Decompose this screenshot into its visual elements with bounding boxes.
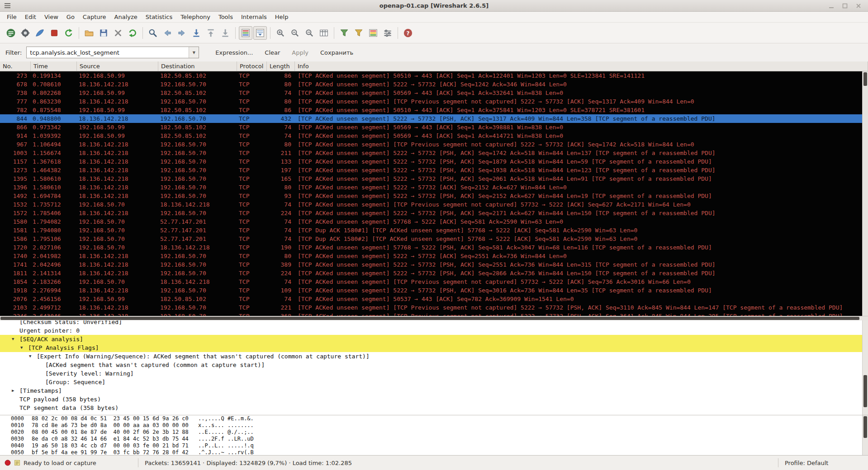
packet-row-678[interactable]: 6780.70861018.136.142.218192.168.50.70TC… [0, 80, 868, 89]
packet-row-1396[interactable]: 13961.58061018.136.142.218192.168.50.70T… [0, 183, 868, 192]
detail-row[interactable]: TCP payload (358 bytes) [0, 395, 868, 404]
status-profile[interactable]: Profile: Default [778, 460, 868, 466]
expert-info-icon[interactable] [5, 460, 11, 466]
coloring-rules-button[interactable] [366, 26, 380, 40]
column-header-info[interactable]: Info [295, 61, 868, 71]
open-file-button[interactable] [82, 26, 96, 40]
find-packet-button[interactable] [146, 26, 160, 40]
hex-row[interactable]: 00308e da c0 a8 32 46 14 66 e1 84 4c 52 … [0, 436, 868, 442]
expander-open-icon[interactable]: ▼ [29, 352, 37, 361]
packet-row-1572[interactable]: 15721.78540618.136.142.218192.168.50.70T… [0, 209, 868, 217]
go-to-packet-button[interactable] [190, 26, 203, 40]
zoom-100-button[interactable] [303, 26, 316, 40]
zoom-out-button[interactable] [288, 26, 302, 40]
preferences-button[interactable] [381, 26, 394, 40]
maximize-button[interactable] [842, 3, 848, 9]
capture-filters-button[interactable] [337, 26, 351, 40]
packet-row-1811[interactable]: 18112.14131418.136.142.218192.168.50.70T… [0, 269, 868, 277]
menu-item-go[interactable]: Go [62, 12, 79, 22]
interfaces-button[interactable] [4, 26, 18, 40]
detail-row[interactable]: [Group: Sequence] [0, 378, 868, 386]
help-button[interactable]: ? [401, 26, 415, 40]
packet-row-2076[interactable]: 20762.456156192.168.50.99182.50.85.102TC… [0, 295, 868, 303]
packet-row-1395[interactable]: 13951.58061018.136.142.218192.168.50.70T… [0, 174, 868, 183]
packet-row-782[interactable]: 7820.875548192.168.50.99182.50.85.102TCP… [0, 106, 868, 114]
apply-button[interactable]: Apply [287, 47, 313, 58]
column-header-destination[interactable]: Destination [158, 61, 237, 71]
close-file-button[interactable] [111, 26, 125, 40]
packet-row-1580[interactable]: 15801.794082192.168.50.7052.77.147.201TC… [0, 217, 868, 226]
packet-row-2246[interactable]: 22462.64304618.136.142.218192.168.50.70T… [0, 312, 868, 316]
hex-vertical-scrollbar[interactable] [862, 415, 868, 455]
auto-scroll-toggle[interactable] [253, 26, 267, 40]
hscrollbar-thumb[interactable] [0, 317, 859, 320]
packet-row-967[interactable]: 9671.10649418.136.142.218192.168.50.70TC… [0, 140, 868, 149]
detail-row[interactable]: [ACKed segment that wasn't captured (com… [0, 361, 868, 369]
packet-row-1492[interactable]: 14921.69478418.136.142.218192.168.50.70T… [0, 192, 868, 200]
expression-button[interactable]: Expression... [211, 47, 257, 58]
window-menu-button[interactable] [5, 3, 10, 8]
expander-closed-icon[interactable]: ▶ [12, 386, 19, 395]
packet-row-1273[interactable]: 12731.46438218.136.142.218192.168.50.70T… [0, 166, 868, 174]
menu-item-help[interactable]: Help [271, 12, 293, 22]
colorize-packet-list-toggle[interactable] [239, 26, 252, 40]
hex-row[interactable]: 0050bf 5e bf 4a ee 91 99 7e 03 fc bb 72 … [0, 449, 868, 455]
capture-comment-icon[interactable] [14, 460, 20, 466]
packet-row-738[interactable]: 7380.802268192.168.50.99182.50.85.102TCP… [0, 89, 868, 97]
detail-row[interactable]: ▼[Expert Info (Warning/Sequence): ACKed … [0, 352, 868, 361]
packet-row-273[interactable]: 2730.199134192.168.50.99182.50.85.102TCP… [0, 71, 868, 80]
packet-row-1532[interactable]: 15321.735712192.168.50.7018.136.142.218T… [0, 200, 868, 209]
details-scrollbar-thumb[interactable] [863, 375, 867, 407]
menu-item-statistics[interactable]: Statistics [142, 12, 176, 22]
hex-row[interactable]: 002008 00 45 00 01 8e 87 de 40 00 2f 06 … [0, 429, 868, 436]
menu-item-file[interactable]: File [3, 12, 21, 22]
go-to-first-button[interactable] [204, 26, 218, 40]
hex-row[interactable]: 004019 a6 50 18 03 4c cb d7 00 00 03 fe … [0, 442, 868, 449]
packet-row-777[interactable]: 7770.86323018.136.142.218192.168.50.70TC… [0, 97, 868, 106]
detail-row[interactable]: ▼[SEQ/ACK analysis] [0, 335, 868, 343]
detail-row[interactable]: [Checksum Status: Unverified] [0, 320, 868, 326]
expander-open-icon[interactable]: ▼ [20, 343, 28, 352]
packet-row-1586[interactable]: 15861.795106192.168.50.7052.77.147.201TC… [0, 235, 868, 243]
detail-row[interactable]: Urgent pointer: 0 [0, 326, 868, 335]
menu-item-view[interactable]: View [40, 12, 62, 22]
packet-row-2103[interactable]: 21032.49971218.136.142.218192.168.50.70T… [0, 303, 868, 312]
go-back-button[interactable] [161, 26, 174, 40]
menu-item-telephony[interactable]: Telephony [176, 12, 214, 22]
filter-dropdown-button[interactable]: ▼ [189, 47, 199, 58]
restart-capture-button[interactable] [62, 26, 76, 40]
detail-row[interactable]: [Severity level: Warning] [0, 369, 868, 378]
clear-button[interactable]: Clear [260, 47, 285, 58]
save-file-button[interactable] [97, 26, 110, 40]
packet-list-horizontal-scrollbar[interactable] [0, 316, 868, 320]
packet-row-1003[interactable]: 10031.15667418.136.142.218192.168.50.70T… [0, 149, 868, 157]
detail-row[interactable]: ▶[Timestamps] [0, 386, 868, 395]
display-filters-button[interactable] [352, 26, 365, 40]
packet-row-1741[interactable]: 17412.04249618.136.142.218192.168.50.70T… [0, 260, 868, 269]
packet-row-1740[interactable]: 17402.04198218.136.142.218192.168.50.70T… [0, 252, 868, 260]
packet-row-1854[interactable]: 18542.183266192.168.50.7018.136.142.218T… [0, 277, 868, 286]
packet-row-1581[interactable]: 15811.794080192.168.50.7052.77.147.201TC… [0, 226, 868, 235]
detail-row[interactable]: TCP segment data (358 bytes) [0, 404, 868, 412]
expander-open-icon[interactable]: ▼ [12, 335, 19, 343]
save-button[interactable]: Сохранить [316, 47, 358, 58]
column-header-protocol[interactable]: Protocol [237, 61, 267, 71]
menu-item-internals[interactable]: Internals [237, 12, 271, 22]
packet-row-1720[interactable]: 17202.027106192.168.50.7018.136.142.218T… [0, 243, 868, 252]
capture-options-button[interactable] [19, 26, 32, 40]
column-header-source[interactable]: Source [77, 61, 158, 71]
packet-row-844[interactable]: 8440.94880018.136.142.218192.168.50.70TC… [0, 114, 868, 123]
start-capture-button[interactable] [33, 26, 47, 40]
filter-label[interactable]: Filter: [5, 49, 26, 56]
menu-item-analyze[interactable]: Analyze [110, 12, 142, 22]
minimize-button[interactable] [828, 3, 835, 9]
menu-item-capture[interactable]: Capture [79, 12, 110, 22]
column-header-length[interactable]: Length [267, 61, 295, 71]
go-forward-button[interactable] [175, 26, 189, 40]
packet-row-1157[interactable]: 11571.36761818.136.142.218192.168.50.70T… [0, 157, 868, 166]
packet-row-1918[interactable]: 19182.27699418.136.142.218192.168.50.70T… [0, 286, 868, 295]
column-header-no[interactable]: No. [0, 61, 31, 71]
reload-file-button[interactable] [126, 26, 139, 40]
vscrollbar-thumb[interactable] [863, 72, 867, 86]
menu-item-tools[interactable]: Tools [214, 12, 237, 22]
